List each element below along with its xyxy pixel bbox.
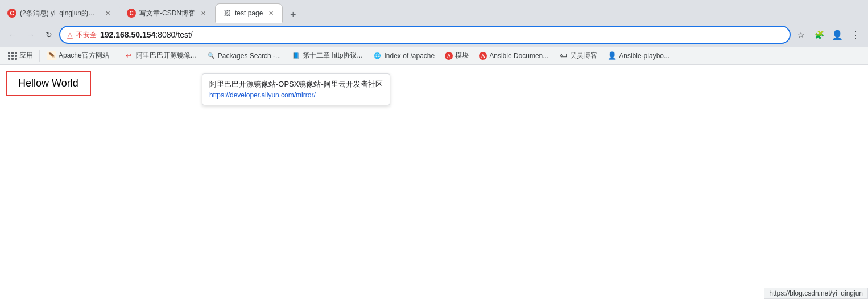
security-warning-icon: △ bbox=[67, 31, 73, 39]
tab-favicon-testpage: 🖼 bbox=[222, 9, 232, 18]
tooltip-title: 阿里巴巴开源镜像站-OPSX镜像站-阿里云开发者社区 bbox=[209, 79, 383, 90]
refresh-button[interactable]: ↻ bbox=[41, 27, 57, 43]
bookmark-favicon-search: 🔍 bbox=[206, 51, 216, 60]
bookmark-label-ansible-playbook: Ansible-playbo... bbox=[619, 52, 669, 60]
status-bar: https://blog.csdn.net/yi_qingjun bbox=[764, 288, 868, 299]
tab-test-page[interactable]: 🖼 test page ✕ bbox=[215, 3, 283, 23]
bookmark-module[interactable]: A 模块 bbox=[440, 50, 473, 62]
tooltip-url: https://developer.aliyun.com/mirror/ bbox=[209, 90, 383, 100]
address-bar-row: ← → ↻ △ 不安全 192.168.50.154:8080/test/ ☆ … bbox=[0, 23, 868, 47]
bookmark-label-apache: Apache官方网站 bbox=[59, 51, 109, 60]
bookmark-favicon-module: A bbox=[445, 52, 453, 60]
address-bar[interactable]: △ 不安全 192.168.50.154:8080/test/ bbox=[59, 26, 791, 44]
bookmark-favicon-apache: 🪶 bbox=[47, 51, 56, 60]
menu-button[interactable]: ⋮ bbox=[848, 27, 863, 43]
tab-label-1: (2条消息) yi_qingjun的博客_百... bbox=[20, 9, 100, 18]
bookmark-label-haohao: 吴昊博客 bbox=[570, 51, 597, 60]
tab-favicon-csdn1: C bbox=[7, 9, 16, 18]
url-text[interactable]: 192.168.50.154:8080/test/ bbox=[100, 30, 783, 39]
tab-label-2: 写文章-CSDN博客 bbox=[139, 9, 195, 18]
tab-close-1[interactable]: ✕ bbox=[103, 9, 112, 18]
bookmark-tooltip: 阿里巴巴开源镜像站-OPSX镜像站-阿里云开发者社区 https://devel… bbox=[202, 73, 390, 105]
bookmark-favicon-aliyun: ↩ bbox=[125, 51, 134, 60]
tab-close-2[interactable]: ✕ bbox=[199, 9, 208, 18]
bookmark-label-packages-search: Packages Search -... bbox=[218, 52, 281, 60]
tab-favicon-csdn2: C bbox=[127, 9, 136, 18]
bookmark-favicon-ansible-doc: A bbox=[479, 52, 487, 60]
bookmark-favicon-globe: 🌐 bbox=[373, 51, 382, 60]
url-path: :8080/test/ bbox=[155, 30, 192, 39]
extensions-button[interactable]: 🧩 bbox=[811, 27, 827, 43]
bookmark-apache[interactable]: 🪶 Apache官方网站 bbox=[43, 50, 114, 62]
hello-world-box: Hellow World bbox=[6, 71, 91, 96]
hello-world-text: Hellow World bbox=[18, 77, 78, 89]
bookmarks-separator-2 bbox=[117, 50, 117, 62]
profile-button[interactable]: 👤 bbox=[829, 27, 845, 43]
bookmark-ansible-playbook[interactable]: 👤 Ansible-playbo... bbox=[603, 50, 674, 62]
apps-label: 应用 bbox=[19, 51, 33, 60]
apps-button[interactable]: 应用 bbox=[5, 50, 36, 62]
forward-button[interactable]: → bbox=[23, 27, 39, 43]
bookmark-label-aliyun: 阿里巴巴开源镜像... bbox=[136, 51, 196, 60]
bookmark-star-button[interactable]: ☆ bbox=[793, 27, 809, 43]
insecure-label: 不安全 bbox=[76, 30, 97, 40]
bookmark-ansible-doc[interactable]: A Ansible Documen... bbox=[474, 51, 553, 61]
bookmark-label-ansible-doc: Ansible Documen... bbox=[489, 52, 548, 60]
tab-label-3: test page bbox=[235, 9, 263, 17]
bookmarks-separator-1 bbox=[39, 50, 40, 62]
new-tab-button[interactable]: + bbox=[285, 7, 301, 23]
tab-write-article[interactable]: C 写文章-CSDN博客 ✕ bbox=[119, 3, 215, 23]
tab-close-3[interactable]: ✕ bbox=[266, 9, 275, 18]
tab-csdn-blog[interactable]: C (2条消息) yi_qingjun的博客_百... ✕ bbox=[0, 3, 119, 23]
bookmark-http-chapter[interactable]: 📘 第十二章 http协议... bbox=[287, 50, 367, 62]
url-host: 192.168.50.154 bbox=[100, 30, 155, 39]
bookmark-label-module: 模块 bbox=[455, 51, 469, 60]
bookmark-label-apache-index: Index of /apache bbox=[384, 52, 435, 60]
bookmark-favicon-haohao: 🏷 bbox=[559, 51, 568, 60]
bookmark-apache-index[interactable]: 🌐 Index of /apache bbox=[368, 50, 439, 62]
bookmark-aliyun[interactable]: ↩ 阿里巴巴开源镜像... bbox=[120, 50, 201, 62]
bookmark-packages-search[interactable]: 🔍 Packages Search -... bbox=[202, 50, 286, 62]
bookmark-favicon-book: 📘 bbox=[291, 51, 300, 60]
tab-bar: C (2条消息) yi_qingjun的博客_百... ✕ C 写文章-CSDN… bbox=[0, 0, 868, 23]
bookmark-favicon-user: 👤 bbox=[607, 51, 617, 60]
status-url: https://blog.csdn.net/yi_qingjun bbox=[769, 289, 863, 297]
bookmark-haohao-blog[interactable]: 🏷 吴昊博客 bbox=[554, 50, 602, 62]
bookmark-label-http-chapter: 第十二章 http协议... bbox=[303, 51, 362, 60]
page-content: Hellow World 阿里巴巴开源镜像站-OPSX镜像站-阿里云开发者社区 … bbox=[0, 65, 868, 299]
apps-grid-icon bbox=[8, 52, 18, 60]
back-button[interactable]: ← bbox=[5, 27, 20, 43]
bookmarks-bar: 应用 🪶 Apache官方网站 ↩ 阿里巴巴开源镜像... 🔍 Packages… bbox=[0, 47, 868, 65]
